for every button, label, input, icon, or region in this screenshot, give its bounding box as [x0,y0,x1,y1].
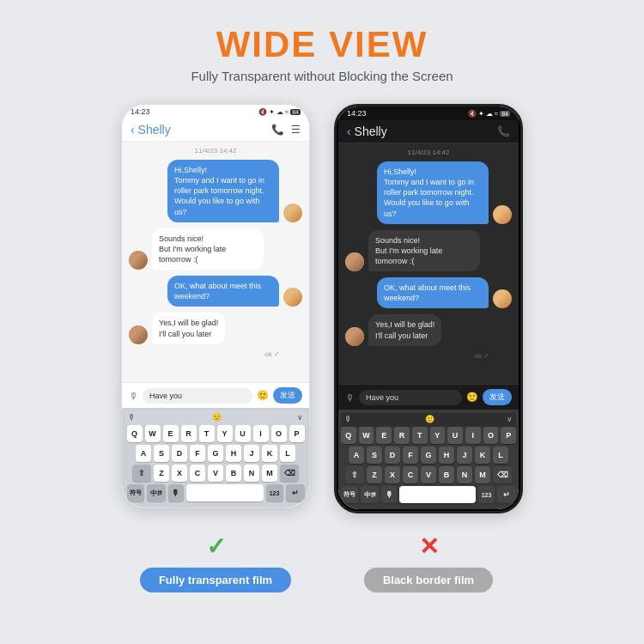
mic-icon-left[interactable]: 🎙 [129,391,138,401]
bubble-recv-4r: Yes,I will be glad!I'll call you later [368,314,441,345]
key-z-d[interactable]: Z [367,466,382,483]
check-mark: ✓ [206,532,226,561]
key-s[interactable]: S [154,445,169,462]
kb-row4-left: 符号 中拼 🎙 123 ↵ [125,484,307,501]
back-arrow-left[interactable]: ‹ Shelly [131,123,171,137]
chat-action-icons-right: 📞 [497,125,510,137]
key-m-d[interactable]: M [475,466,490,483]
key-n-d[interactable]: N [457,466,472,483]
key-x[interactable]: X [172,465,187,482]
msg-row-sent-3r: OK, what about meet this weekend? [345,277,512,308]
key-a[interactable]: A [136,445,151,462]
key-chinese[interactable]: 中拼 [147,484,166,501]
key-mic-kb[interactable]: 🎙 [168,484,184,501]
status-time-left: 14:23 [131,107,150,116]
key-symbol-d[interactable]: 符号 [341,486,358,503]
emoji-icon-left[interactable]: 🙂 [257,390,269,401]
avatar-right-3r [493,289,512,308]
key-chinese-d[interactable]: 中拼 [361,486,380,503]
key-h[interactable]: H [226,445,241,462]
key-mic-kb-d[interactable]: 🎙 [381,486,397,503]
key-l-d[interactable]: L [493,447,508,464]
key-t[interactable]: T [199,425,215,442]
status-bar-left: 14:23 🔇 ✦ ☁ ≈ 84 [122,105,309,118]
mic-icon-right[interactable]: 🎙 [345,392,355,403]
key-t-d[interactable]: T [412,427,428,444]
key-m[interactable]: M [262,465,277,482]
key-w-d[interactable]: W [359,427,374,444]
key-q[interactable]: Q [127,425,143,442]
key-b[interactable]: B [226,465,241,482]
status-bar-right: 14:23 🔇 ✦ ☁ ≈ 84 [338,106,519,120]
ok-label-right: ok ✓ [345,352,512,360]
key-e-d[interactable]: E [376,427,392,444]
key-enter[interactable]: ↵ [286,484,305,501]
bubble-recv-2r: Sounds nice!But I'm working late tomorro… [368,230,480,271]
key-o-d[interactable]: O [483,427,499,444]
key-c[interactable]: C [190,465,205,482]
key-y-d[interactable]: Y [430,427,446,444]
key-space[interactable] [186,484,264,501]
msg-row-recv-4r: Yes,I will be glad!I'll call you later [345,314,512,345]
key-shift[interactable]: ⇧ [132,465,151,482]
key-del-d[interactable]: ⌫ [493,466,512,483]
key-p-d[interactable]: P [501,427,516,444]
key-v-d[interactable]: V [421,466,436,483]
key-b-d[interactable]: B [439,466,454,483]
menu-icon-left[interactable]: ☰ [291,124,301,136]
key-d-d[interactable]: D [385,447,400,464]
key-i[interactable]: I [253,425,269,442]
key-y[interactable]: Y [217,425,233,442]
send-btn-left[interactable]: 发送 [273,387,302,404]
key-enter-d[interactable]: ↵ [497,486,516,503]
key-del[interactable]: ⌫ [280,465,299,482]
emoji-icon-right[interactable]: 🙂 [466,392,478,403]
key-l[interactable]: L [280,445,295,462]
key-r-d[interactable]: R [394,427,410,444]
key-k-d[interactable]: K [475,447,490,464]
key-k[interactable]: K [262,445,277,462]
key-x-d[interactable]: X [385,466,400,483]
key-f-d[interactable]: F [403,447,418,464]
phone-icon-right[interactable]: 📞 [497,125,510,137]
phone-icon-left[interactable]: 📞 [271,124,284,136]
avatar-right-1r [493,205,512,224]
key-c-d[interactable]: C [403,466,418,483]
send-btn-right[interactable]: 发送 [483,389,512,405]
key-g[interactable]: G [208,445,223,462]
key-a-d[interactable]: A [349,447,364,464]
key-space-d[interactable] [399,486,476,503]
key-g-d[interactable]: G [421,447,436,464]
key-w[interactable]: W [145,425,161,442]
key-i-d[interactable]: I [465,427,481,444]
msg-row-sent-1r: Hi,Shelly!Tommy and I want to go in roll… [345,161,512,224]
key-u-d[interactable]: U [447,427,463,444]
key-d[interactable]: D [172,445,187,462]
key-o[interactable]: O [271,425,287,442]
key-j[interactable]: J [244,445,259,462]
key-z[interactable]: Z [154,465,169,482]
key-p[interactable]: P [289,425,305,442]
key-s-d[interactable]: S [367,447,382,464]
key-num[interactable]: 123 [266,484,283,501]
back-arrow-right[interactable]: ‹ Shelly [347,125,387,138]
status-icons-left: 🔇 ✦ ☁ ≈ 84 [258,108,301,116]
key-e[interactable]: E [163,425,179,442]
key-n[interactable]: N [244,465,259,482]
input-field-right[interactable]: Have you [359,390,462,405]
key-h-d[interactable]: H [439,447,454,464]
input-area-right: 🎙 Have you 🙂 发送 [338,384,519,410]
input-field-left[interactable]: Have you [143,388,252,404]
msg-row-sent-1: Hi,Shelly!Tommy and I want to go in roll… [129,160,302,222]
key-j-d[interactable]: J [457,447,472,464]
kb-row4-right: 符号 中拼 🎙 123 ↵ [341,486,516,503]
key-symbol[interactable]: 符号 [127,484,144,501]
key-q-d[interactable]: Q [341,427,356,444]
key-num-d[interactable]: 123 [478,486,495,503]
key-u[interactable]: U [235,425,251,442]
key-r[interactable]: R [181,425,197,442]
kb-row3-left: ⇧ Z X C V B N M ⌫ [125,465,307,482]
key-shift-d[interactable]: ⇧ [345,466,364,483]
key-f[interactable]: F [190,445,205,462]
key-v[interactable]: V [208,465,223,482]
